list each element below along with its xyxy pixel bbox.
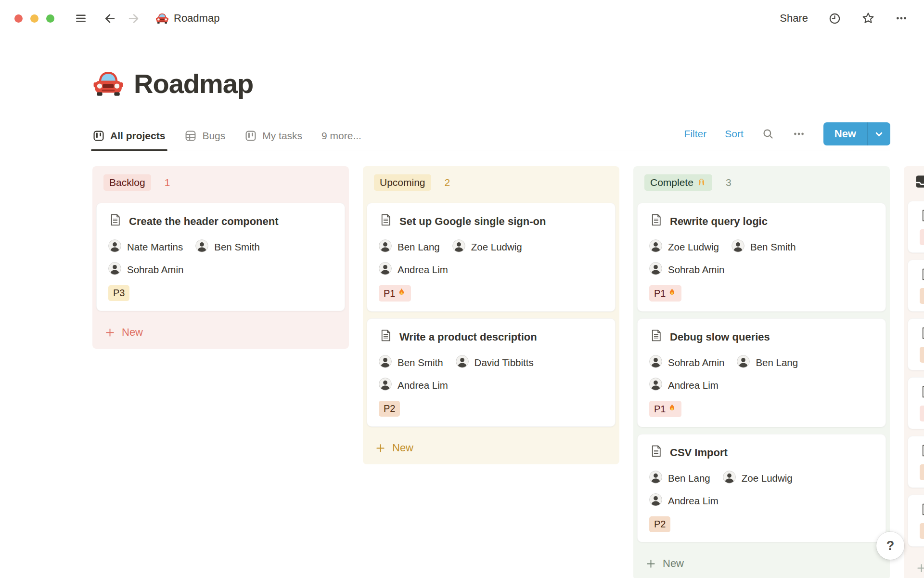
- kanban-card[interactable]: P2: [908, 260, 924, 312]
- kanban-card[interactable]: P2: [908, 436, 924, 488]
- assignee: Andrea Lim: [379, 262, 448, 277]
- flame-emoji: [667, 288, 677, 299]
- table-icon: [184, 130, 197, 142]
- card-assignees: Zoe LudwigBen SmithSohrab Amin: [649, 239, 861, 277]
- help-button[interactable]: ?: [876, 532, 904, 560]
- card-title: Create the header component: [129, 215, 279, 228]
- new-card-button[interactable]: New: [363, 438, 619, 458]
- priority-badge: P2: [920, 464, 924, 480]
- flame-emoji: [396, 288, 406, 299]
- ellipsis-icon[interactable]: [895, 12, 908, 25]
- page-title: Roadmap: [92, 67, 924, 99]
- search-icon[interactable]: [762, 128, 774, 140]
- back-arrow-icon[interactable]: [103, 12, 116, 25]
- page-icon: [379, 328, 393, 345]
- card-title: Rewrite query logic: [670, 215, 768, 228]
- tab-bugs[interactable]: Bugs: [184, 130, 225, 142]
- ellipsis-icon[interactable]: [793, 128, 805, 140]
- assignee-name: Zoe Ludwig: [471, 241, 522, 253]
- avatar: [379, 239, 392, 255]
- breadcrumb-title: Roadmap: [174, 12, 219, 25]
- assignee-name: Andrea Lim: [398, 264, 448, 276]
- priority-label: P2: [384, 403, 395, 414]
- assignee-name: Zoe Ludwig: [742, 473, 793, 484]
- priority-badge: P2: [920, 523, 924, 539]
- assignee-name: Sohrab Amin: [668, 357, 724, 368]
- assignee: Sohrab Amin: [649, 355, 724, 370]
- card-title-row: Set up Google single sign-on: [379, 213, 603, 230]
- tab-all-projects[interactable]: All projects: [92, 130, 165, 142]
- avatar: [649, 378, 662, 393]
- column-status-badge[interactable]: Backlog: [103, 174, 151, 191]
- column-card-count: 1: [165, 177, 170, 188]
- card-assignees: Ben LangZoe LudwigAndrea Lim: [379, 239, 590, 277]
- new-card-button[interactable]: New: [633, 554, 890, 573]
- kanban-card[interactable]: Write a product descriptionBen SmithDavi…: [367, 318, 616, 427]
- new-card-button[interactable]: New: [92, 323, 349, 342]
- priority-label: P2: [654, 519, 666, 530]
- window-titlebar: Roadmap Share: [0, 0, 924, 37]
- page-icon: [920, 385, 924, 401]
- kanban-card[interactable]: P2: [908, 495, 924, 547]
- plus-icon: [375, 443, 386, 454]
- avatar: [379, 262, 392, 277]
- close-window-button[interactable]: [14, 14, 23, 23]
- column-status-badge[interactable]: Complete: [644, 174, 712, 191]
- assignee-name: David Tibbitts: [475, 357, 534, 368]
- priority-badge: P3: [108, 285, 129, 301]
- kanban-card[interactable]: Debug slow queriesSohrab AminBen LangAnd…: [637, 318, 886, 427]
- priority-badge: P1: [920, 406, 924, 421]
- assignee: Andrea Lim: [379, 378, 448, 393]
- new-button[interactable]: New: [823, 122, 890, 145]
- kanban-card[interactable]: P1: [908, 201, 924, 253]
- breadcrumb[interactable]: Roadmap: [155, 12, 219, 25]
- column-status-badge[interactable]: Upcoming: [374, 174, 431, 191]
- chevron-down-icon[interactable]: [867, 122, 890, 145]
- clock-icon[interactable]: [828, 12, 841, 25]
- filter-button[interactable]: Filter: [684, 128, 707, 140]
- zoom-window-button[interactable]: [46, 14, 54, 23]
- star-icon[interactable]: [861, 12, 875, 25]
- kanban-card[interactable]: P2: [908, 318, 924, 370]
- board-icon: [244, 130, 257, 142]
- help-icon: ?: [886, 539, 895, 553]
- kanban-card[interactable]: CSV ImportBen LangZoe LudwigAndrea LimP2: [637, 434, 886, 542]
- tab-my-tasks[interactable]: My tasks: [244, 130, 302, 142]
- new-card-button[interactable]: New: [904, 558, 924, 578]
- priority-label: P1: [654, 288, 666, 299]
- page-icon: [649, 444, 663, 461]
- assignee: Ben Lang: [737, 355, 798, 370]
- avatar: [723, 471, 736, 486]
- minimize-window-button[interactable]: [30, 14, 38, 23]
- kanban-card[interactable]: Create the header componentNate MartinsB…: [96, 203, 345, 311]
- assignee: Andrea Lim: [649, 378, 719, 393]
- inbox-icon: [914, 173, 924, 192]
- kanban-board: Backlog1Create the header componentNate …: [0, 166, 924, 578]
- column-status-label: Backlog: [109, 177, 145, 188]
- hamburger-menu-icon[interactable]: [75, 12, 87, 25]
- tab-more[interactable]: 9 more...: [321, 130, 361, 142]
- assignee: Nate Martins: [108, 239, 183, 255]
- page-icon: [108, 213, 122, 230]
- assignee-name: Sohrab Amin: [668, 264, 724, 276]
- page-icon: [920, 444, 924, 460]
- assignee: Zoe Ludwig: [452, 239, 522, 255]
- flame-emoji: [667, 403, 677, 415]
- assignee: Sohrab Amin: [108, 262, 183, 277]
- raised-hands-emoji: [695, 178, 706, 188]
- assignee-name: Ben Lang: [668, 473, 710, 484]
- kanban-card[interactable]: P1: [908, 377, 924, 429]
- card-title-row: Create the header component: [108, 213, 333, 230]
- assignee-name: Andrea Lim: [668, 495, 719, 507]
- kanban-card[interactable]: Rewrite query logicZoe LudwigBen SmithSo…: [637, 203, 886, 312]
- page-icon: [920, 326, 924, 342]
- page-icon: [649, 213, 663, 230]
- share-button[interactable]: Share: [780, 12, 808, 25]
- tab-label: 9 more...: [321, 130, 361, 142]
- tab-label: My tasks: [262, 130, 302, 142]
- sort-button[interactable]: Sort: [725, 128, 744, 140]
- avatar: [649, 239, 662, 255]
- new-button-label[interactable]: New: [823, 122, 867, 145]
- kanban-card[interactable]: Set up Google single sign-onBen LangZoe …: [367, 203, 616, 312]
- view-tabs-bar: All projects Bugs My tasks 9 more... Fil…: [92, 120, 890, 150]
